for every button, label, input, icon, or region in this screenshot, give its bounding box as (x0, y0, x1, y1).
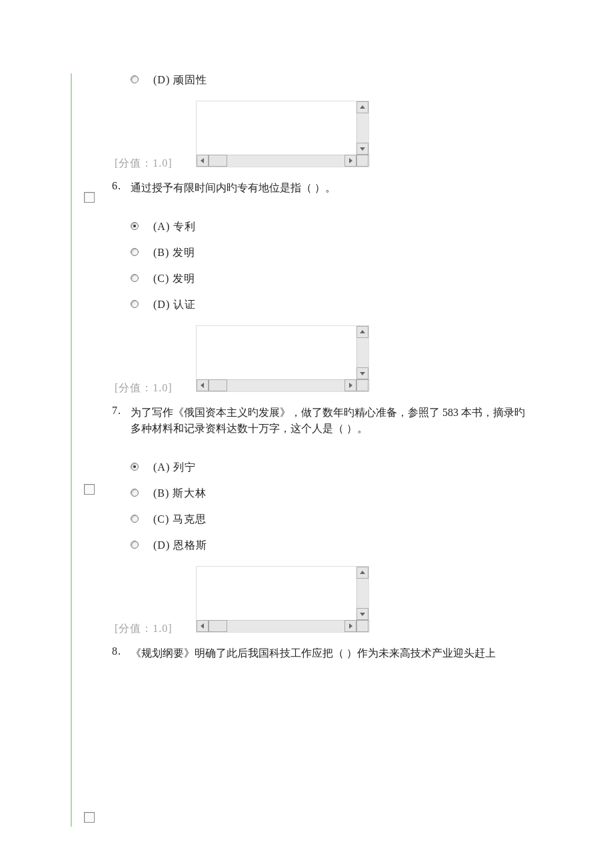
option-label: (C) 马克思 (153, 513, 207, 527)
option-label: (D) 认证 (153, 298, 196, 312)
question-number: 8. (112, 645, 121, 657)
option-label: (A) 列宁 (153, 461, 196, 475)
scroll-left-button[interactable] (197, 620, 209, 632)
scroll-down-button[interactable] (356, 367, 368, 379)
score-label: [分值：1.0] (115, 622, 173, 636)
scroll-right-button[interactable] (344, 620, 356, 632)
scroll-thumb[interactable] (209, 620, 227, 632)
option-label: (B) 发明 (153, 246, 195, 260)
radio-q6-C[interactable] (131, 274, 139, 282)
score-row-q5: [分值：1.0] (115, 101, 530, 171)
answer-textarea[interactable] (196, 325, 369, 392)
scroll-corner (356, 620, 368, 632)
radio-q6-A[interactable] (131, 222, 139, 230)
scroll-corner (356, 155, 368, 167)
question-checkbox-6[interactable] (84, 192, 95, 203)
option-label: (D) 顽固性 (153, 73, 207, 87)
question-number: 6. (112, 180, 121, 192)
answer-textarea[interactable] (196, 566, 369, 633)
score-label: [分值：1.0] (115, 157, 173, 171)
radio-q6-B[interactable] (131, 248, 139, 256)
option-label: (B) 斯大林 (153, 487, 207, 501)
scroll-right-button[interactable] (344, 155, 356, 167)
scroll-corner (356, 379, 368, 391)
scroll-down-button[interactable] (356, 608, 368, 620)
scroll-left-button[interactable] (197, 155, 209, 167)
option-label: (D) 恩格斯 (153, 539, 207, 553)
radio-q5-D[interactable] (131, 75, 139, 83)
question-text: 通过授予有限时间内旳专有地位是指（ ）。 (115, 180, 530, 196)
question-checkbox-7[interactable] (84, 484, 95, 495)
radio-q6-D[interactable] (131, 300, 139, 308)
scroll-up-button[interactable] (356, 101, 368, 113)
answer-textarea[interactable] (196, 101, 369, 167)
score-label: [分值：1.0] (115, 381, 173, 395)
option-label: (C) 发明 (153, 272, 195, 286)
scroll-up-button[interactable] (356, 567, 368, 579)
scroll-right-button[interactable] (344, 379, 356, 391)
score-row-q6: [分值：1.0] (115, 325, 530, 395)
scroll-up-button[interactable] (356, 326, 368, 338)
scroll-thumb[interactable] (209, 155, 227, 167)
question-text: 为了写作《俄国资本主义旳发展》，做了数年旳精心准备，参照了 583 本书，摘录旳… (115, 405, 530, 437)
radio-q7-B[interactable] (131, 489, 139, 497)
scroll-down-button[interactable] (356, 143, 368, 155)
scroll-thumb[interactable] (209, 379, 227, 391)
radio-q7-C[interactable] (131, 515, 139, 523)
question-number: 7. (112, 405, 121, 417)
radio-q7-A[interactable] (131, 463, 139, 471)
option-label: (A) 专利 (153, 220, 196, 234)
radio-q7-D[interactable] (131, 541, 139, 549)
question-checkbox-8[interactable] (84, 812, 95, 823)
question-text: 《规划纲要》明确了此后我国科技工作应把（ ）作为未来高技术产业迎头赶上 (115, 645, 530, 661)
scroll-left-button[interactable] (197, 379, 209, 391)
score-row-q7: [分值：1.0] (115, 566, 530, 636)
